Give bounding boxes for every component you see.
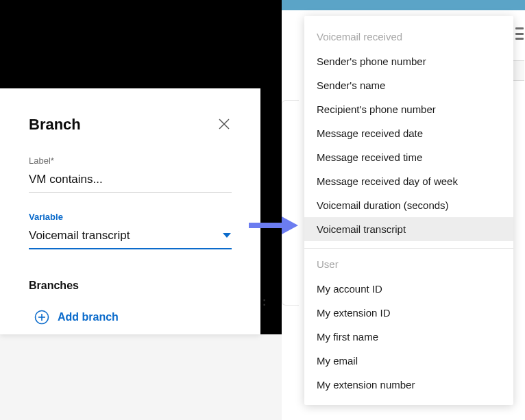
dropdown-separator — [304, 248, 513, 249]
dropdown-group-header: User — [304, 254, 513, 277]
dropdown-item[interactable]: My email — [304, 349, 513, 373]
label-field-label: Label* — [29, 156, 232, 166]
close-icon — [218, 118, 230, 130]
add-branch-button[interactable]: Add branch — [29, 310, 232, 325]
panel-title: Branch — [29, 116, 81, 134]
dropdown-item[interactable]: Sender's name — [304, 73, 513, 97]
label-input[interactable] — [29, 170, 232, 193]
dropdown-item[interactable]: My account ID — [304, 277, 513, 301]
variable-select[interactable]: Voicemail transcript — [29, 226, 232, 249]
plus-circle-icon — [34, 310, 49, 325]
content-panel-edge — [282, 100, 299, 306]
label-field-label-text: Label — [29, 156, 51, 166]
dropdown-item[interactable]: Voicemail duration (seconds) — [304, 193, 513, 217]
peek-colon: : — [262, 296, 268, 308]
branches-heading: Branches — [29, 280, 232, 292]
dropdown-item[interactable]: Message received time — [304, 145, 513, 169]
dropdown-group-header: Voicemail received — [304, 27, 513, 49]
dropdown-item[interactable]: Recipient's phone number — [304, 97, 513, 121]
add-branch-label: Add branch — [58, 311, 119, 323]
panel-header: Branch — [29, 116, 232, 134]
variable-select-value: Voicemail transcript — [29, 229, 130, 243]
dropdown-item-selected[interactable]: Voicemail transcript — [304, 217, 513, 241]
dropdown-item[interactable]: Message received day of week — [304, 169, 513, 193]
close-button[interactable] — [218, 118, 232, 132]
variable-field-label: Variable — [29, 212, 232, 222]
required-indicator: * — [51, 156, 54, 166]
branch-panel: Branch Label* Variable Voicemail transcr… — [0, 88, 260, 334]
menu-icon[interactable] — [515, 27, 524, 40]
label-field: Label* — [29, 156, 232, 193]
background-left-black — [0, 0, 282, 88]
variable-field: Variable Voicemail transcript — [29, 212, 232, 249]
dropdown-item[interactable]: My extension number — [304, 373, 513, 397]
dropdown-item[interactable]: My extension ID — [304, 301, 513, 325]
dropdown-item[interactable]: My first name — [304, 325, 513, 349]
variable-dropdown: Voicemail received Sender's phone number… — [304, 16, 513, 405]
top-app-bar — [282, 0, 525, 10]
chevron-down-icon — [222, 230, 232, 242]
svg-marker-2 — [223, 233, 231, 238]
dropdown-item[interactable]: Message received date — [304, 121, 513, 145]
dropdown-item[interactable]: Sender's phone number — [304, 49, 513, 73]
